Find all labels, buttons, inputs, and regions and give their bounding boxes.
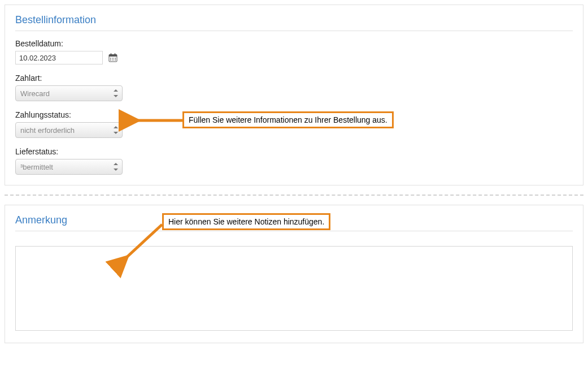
arrow-left-icon [129,114,185,128]
updown-icon [113,89,119,97]
payment-method-value: Wirecard [20,89,50,98]
delivery-status-label: Lieferstatus: [15,147,573,156]
order-info-title: Bestellinformation [15,14,573,31]
note-callout: Hier können Sie weitere Notizen hinzufüg… [162,213,330,230]
note-panel: Anmerkung Hier können Sie weitere Notize… [5,205,583,343]
updown-icon [113,163,119,171]
updown-icon [113,126,119,134]
order-date-label: Bestelldatum: [15,39,573,48]
order-date-input[interactable] [15,51,103,64]
payment-method-label: Zahlart: [15,74,573,83]
arrow-downleft-icon [115,222,169,267]
delivery-status-row: Lieferstatus: ³bermittelt [15,147,573,175]
svg-line-11 [125,224,162,258]
svg-rect-2 [111,54,112,55]
svg-rect-9 [115,59,116,61]
svg-rect-3 [115,54,116,55]
svg-rect-6 [115,58,116,59]
note-textarea[interactable] [15,246,573,331]
order-info-panel: Bestellinformation Bestelldatum: [5,5,583,185]
payment-status-value: nicht erforderlich [20,126,75,135]
delivery-status-select[interactable]: ³bermittelt [15,159,123,175]
order-info-callout: Füllen Sie weitere Informationen zu Ihre… [182,111,394,128]
payment-status-select[interactable]: nicht erforderlich [15,122,123,138]
payment-method-row: Zahlart: Wirecard [15,74,573,101]
section-divider [5,195,583,196]
payment-method-select[interactable]: Wirecard [15,85,123,101]
svg-rect-1 [109,55,117,57]
svg-rect-7 [110,59,111,61]
delivery-status-value: ³bermittelt [20,163,53,171]
svg-rect-8 [112,59,114,61]
svg-rect-5 [112,58,114,59]
order-date-row: Bestelldatum: [15,39,573,64]
calendar-icon[interactable] [108,53,117,62]
svg-rect-4 [110,58,111,59]
